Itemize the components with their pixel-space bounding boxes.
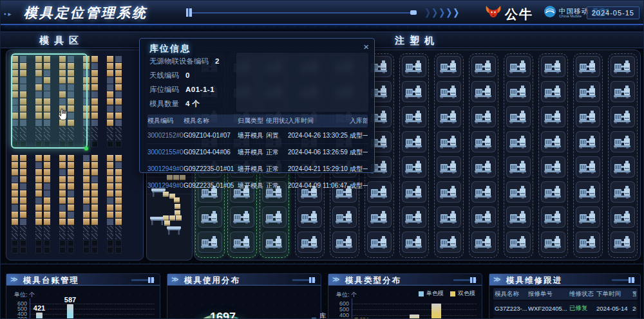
machine-cell[interactable] [576, 206, 600, 228]
rack-strip[interactable] [91, 56, 98, 148]
storage-table-row[interactable]: 30012949#05G09Z2235-01#05墙开模具正常2024-04-0… [147, 178, 368, 194]
machine-cell[interactable] [262, 232, 287, 253]
machine-cell[interactable] [506, 81, 531, 102]
machine-cell[interactable] [332, 206, 357, 228]
machine-cell[interactable] [611, 156, 635, 178]
machine-cell[interactable] [437, 232, 461, 253]
machine-cell[interactable] [367, 206, 392, 228]
machine-cell[interactable] [611, 56, 635, 77]
machine-cell[interactable] [198, 232, 222, 253]
machine-cell[interactable] [541, 56, 565, 77]
rack-strip[interactable] [59, 155, 66, 254]
storage-table-row[interactable]: 30002152#07G09Z104-01#07墙开模具闲置2024-04-26… [147, 127, 368, 144]
machine-cell[interactable] [541, 106, 565, 127]
machine-cell[interactable] [367, 232, 392, 253]
machine-cell[interactable] [298, 232, 322, 253]
machine-cell[interactable] [576, 106, 600, 127]
machine-cell[interactable] [471, 131, 496, 152]
machine-cell[interactable] [576, 181, 600, 203]
machine-lane[interactable] [469, 53, 498, 258]
machine-cell[interactable] [230, 232, 254, 253]
machine-cell[interactable] [506, 131, 531, 152]
mold-code-link[interactable]: 30012949#05 [147, 182, 184, 189]
machine-cell[interactable] [471, 156, 496, 178]
panel-slider-handle[interactable] [629, 277, 634, 283]
machine-cell[interactable] [611, 81, 635, 102]
machine-cell[interactable] [576, 156, 600, 178]
machine-cell[interactable] [230, 206, 254, 228]
rack-strip[interactable] [107, 155, 113, 254]
machine-cell[interactable] [332, 232, 357, 253]
mold-code-link[interactable]: 30012949#01 [147, 165, 184, 172]
rack-strip[interactable] [20, 155, 26, 254]
rack-strip[interactable] [107, 56, 113, 148]
machine-cell[interactable] [576, 56, 600, 77]
header-slider-handle[interactable] [186, 8, 192, 17]
machine-cell[interactable] [437, 81, 461, 102]
machine-cell[interactable] [611, 106, 635, 127]
machine-cell[interactable] [506, 232, 531, 253]
machine-cell[interactable] [437, 106, 461, 127]
machine-lane[interactable] [399, 53, 429, 258]
machine-cell[interactable] [437, 56, 461, 77]
machine-cell[interactable] [506, 206, 531, 228]
machine-cell[interactable] [506, 56, 531, 77]
machine-cell[interactable] [402, 106, 426, 127]
header-slider-track[interactable] [189, 12, 415, 14]
rack-strip[interactable] [44, 155, 50, 254]
machine-lane[interactable] [608, 53, 638, 258]
machine-cell[interactable] [611, 131, 635, 152]
machine-lane[interactable] [434, 53, 464, 258]
machine-cell[interactable] [506, 106, 531, 127]
rack-strip[interactable] [91, 155, 98, 254]
panel-slider-handle[interactable] [148, 277, 154, 283]
machine-cell[interactable] [506, 156, 531, 178]
machine-cell[interactable] [576, 232, 600, 253]
machine-cell[interactable] [402, 56, 426, 77]
machine-cell[interactable] [437, 206, 461, 228]
machine-cell[interactable] [402, 131, 426, 152]
machine-cell[interactable] [471, 81, 496, 102]
rack-strip[interactable] [115, 56, 122, 148]
machine-cell[interactable] [437, 156, 461, 178]
machine-cell[interactable] [437, 181, 461, 203]
machine-lane[interactable] [504, 53, 533, 258]
machine-cell[interactable] [402, 206, 426, 228]
machine-cell[interactable] [541, 156, 565, 178]
machine-cell[interactable] [576, 81, 600, 102]
machine-cell[interactable] [471, 181, 496, 203]
repair-table-row[interactable]: G37Z223-...WXF202405...已修复2024-05-142024… [493, 301, 638, 315]
machine-cell[interactable] [611, 206, 635, 228]
machine-cell[interactable] [367, 181, 392, 203]
machine-cell[interactable] [541, 232, 565, 253]
machine-lane[interactable] [573, 53, 603, 258]
storage-table-row[interactable]: 30012949#01G09Z2235-01#01墙开模具正常2024-04-2… [147, 161, 368, 178]
machine-cell[interactable] [541, 181, 565, 203]
rack-strip[interactable] [68, 155, 74, 254]
machine-cell[interactable] [471, 56, 496, 77]
close-icon[interactable]: × [363, 41, 369, 52]
mold-code-link[interactable]: 30002155#06 [147, 149, 184, 156]
machine-cell[interactable] [402, 232, 426, 253]
machine-cell[interactable] [402, 156, 426, 178]
machine-cell[interactable] [198, 206, 222, 228]
machine-cell[interactable] [402, 181, 426, 203]
machine-cell[interactable] [576, 131, 600, 152]
machine-cell[interactable] [541, 206, 565, 228]
rack-strip[interactable] [35, 155, 42, 254]
mold-code-link[interactable]: 30002152#07 [147, 132, 184, 139]
machine-cell[interactable] [611, 232, 635, 253]
machine-cell[interactable] [541, 81, 565, 102]
machine-cell[interactable] [262, 206, 287, 228]
machine-lane[interactable] [538, 53, 568, 258]
repair-table-row[interactable]: G37Z323-...WXF202405...已修复2024-05-152024… [493, 316, 638, 319]
machine-cell[interactable] [471, 106, 496, 127]
machine-cell[interactable] [437, 131, 461, 152]
machine-cell[interactable] [471, 232, 496, 253]
rack-strip[interactable] [83, 155, 90, 254]
machine-cell[interactable] [611, 181, 635, 203]
machine-cell[interactable] [541, 131, 565, 152]
rack-strip[interactable] [12, 155, 18, 254]
machine-cell[interactable] [471, 206, 496, 228]
machine-cell[interactable] [402, 81, 426, 102]
